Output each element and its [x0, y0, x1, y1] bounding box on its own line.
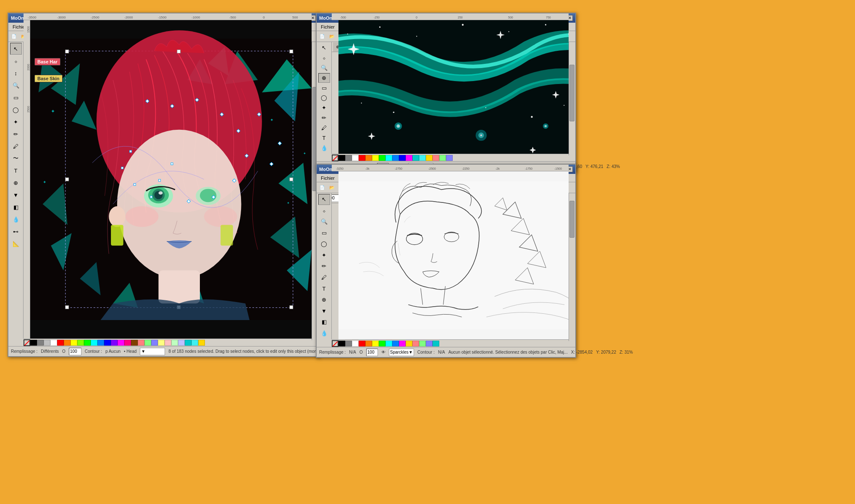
br-select-tool[interactable]: ↖ [318, 194, 330, 205]
br-cyan[interactable] [386, 341, 392, 346]
tr-ellipse-tool[interactable]: ◯ [318, 93, 330, 103]
eyedrop-tool[interactable]: 💧 [10, 213, 22, 225]
br-black[interactable] [338, 341, 345, 346]
select-tool[interactable]: ↖ [10, 43, 22, 55]
main-window[interactable]: MoOnLiGht.svg - Inkscape ─ □ ✕ Fichier É… [8, 13, 319, 357]
connect-tool[interactable]: ⊷ [10, 226, 22, 237]
tr-white[interactable] [352, 155, 359, 161]
br-open[interactable]: 📂 [327, 183, 336, 192]
calligraphy-tool[interactable]: 〜 [10, 152, 22, 164]
adjust-tool[interactable]: ↕ [10, 67, 22, 79]
top-right-window[interactable]: MoOnLiGht.svg: 2 - Inkscape ─ □ ✕ Fichie… [316, 13, 576, 172]
tr-black[interactable] [338, 155, 345, 161]
tr-orange[interactable] [365, 155, 372, 161]
br-gray[interactable] [345, 341, 352, 346]
color-lightyellow[interactable] [158, 340, 165, 346]
br-v-thumb[interactable] [569, 201, 574, 238]
br-spray-tool[interactable]: ⊕ [318, 294, 330, 305]
br-red[interactable] [359, 341, 365, 346]
color-gray[interactable] [37, 340, 44, 346]
color-periwinkle[interactable] [151, 340, 158, 346]
tr-text-tool[interactable]: T [318, 133, 330, 143]
color-lime[interactable] [77, 340, 84, 346]
tr-lavender[interactable] [446, 155, 453, 161]
br-ellipse-tool[interactable]: ◯ [318, 239, 330, 249]
br-gradient-tool[interactable]: ◧ [318, 317, 330, 328]
br-preset-dropdown[interactable]: Sparckles▼ [389, 349, 414, 356]
br-salmon[interactable] [412, 341, 419, 346]
color-lavender[interactable] [178, 340, 185, 346]
color-salmon[interactable] [138, 340, 144, 346]
node-tool[interactable]: ⬦ [10, 55, 22, 67]
br-yellow[interactable] [372, 341, 379, 346]
br-eyedrop-tool[interactable]: 💧 [318, 328, 330, 339]
no-fill-swatch[interactable] [24, 339, 30, 346]
br-fill-tool[interactable]: ▼ [318, 305, 330, 316]
zoom-tool[interactable]: 🔍 [10, 79, 22, 91]
br-scrollbar-v[interactable] [569, 193, 575, 341]
fill-tool[interactable]: ▼ [10, 189, 22, 201]
tr-gray[interactable] [345, 155, 352, 161]
tr-lightgreen[interactable] [439, 155, 446, 161]
color-lightpink[interactable] [165, 340, 171, 346]
tr-new[interactable]: 📄 [317, 32, 327, 41]
new-btn[interactable]: 📄 [9, 32, 18, 41]
color-pink[interactable] [124, 340, 131, 346]
color-white[interactable] [50, 340, 57, 346]
color-teal2[interactable] [191, 340, 198, 346]
ellipse-tool[interactable]: ◯ [10, 104, 22, 116]
br-white[interactable] [352, 341, 359, 346]
gradient-tool[interactable]: ◧ [10, 201, 22, 213]
tr-teal[interactable] [412, 155, 419, 161]
tr-v-thumb[interactable] [569, 65, 574, 121]
br-no-fill[interactable] [332, 340, 338, 347]
color-green[interactable] [84, 340, 91, 346]
tr-pen-tool[interactable]: 🖊 [318, 123, 330, 133]
br-lightgreen[interactable] [419, 341, 426, 346]
tr-no-fill[interactable] [332, 155, 338, 161]
br-new[interactable]: 📄 [317, 183, 327, 192]
color-orange[interactable] [64, 340, 71, 346]
br-zoom-tool[interactable]: 🔍 [318, 216, 330, 227]
tr-magenta[interactable] [406, 155, 412, 161]
color-black[interactable] [30, 340, 37, 346]
tr-pencil-tool[interactable]: ✏ [318, 113, 330, 123]
layer-dropdown[interactable]: ▼ [140, 348, 165, 355]
tr-star-tool[interactable]: ✦ [318, 103, 330, 113]
tr-gold[interactable] [426, 155, 433, 161]
opacity-input[interactable] [69, 348, 81, 355]
tr-scrollbar-v[interactable] [569, 42, 575, 155]
br-teal[interactable] [433, 341, 439, 346]
color-red[interactable] [57, 340, 64, 346]
br-menu-fichier[interactable]: Fichier [318, 175, 337, 181]
pencil-tool[interactable]: ✏ [10, 128, 22, 140]
color-blue[interactable] [97, 340, 104, 346]
tr-salmon[interactable] [433, 155, 439, 161]
spray-tool[interactable]: ⊕ [10, 177, 22, 189]
br-magenta[interactable] [399, 341, 406, 346]
color-mintgreen[interactable] [171, 340, 178, 346]
tr-spray-tool[interactable]: ⊕ [318, 73, 330, 83]
color-silver[interactable] [44, 340, 50, 346]
tr-teal2[interactable] [419, 155, 426, 161]
tr-yellow[interactable] [372, 155, 379, 161]
br-node-tool[interactable]: ⬦ [318, 205, 330, 216]
tr-rect-tool[interactable]: ▭ [318, 83, 330, 93]
color-lightgreen[interactable] [144, 340, 151, 346]
tr-node-tool[interactable]: ⬦ [318, 53, 330, 63]
color-brown[interactable] [131, 340, 138, 346]
main-canvas[interactable]: ✦ ✦ ✦ ✦ ✦ Base Har Base Skin [30, 20, 312, 339]
br-gold[interactable] [406, 341, 412, 346]
br-canvas[interactable] [338, 171, 569, 339]
tr-canvas[interactable] [338, 20, 569, 154]
br-star-tool[interactable]: ✦ [318, 250, 330, 261]
star-tool[interactable]: ✦ [10, 116, 22, 128]
text-tool[interactable]: T [10, 165, 22, 176]
br-green[interactable] [379, 341, 386, 346]
br-lavender[interactable] [426, 341, 433, 346]
measure-tool[interactable]: 📐 [10, 238, 22, 249]
tr-navy[interactable] [399, 155, 406, 161]
br-opacity-input[interactable] [366, 349, 378, 356]
bottom-right-window[interactable]: MoOnLiGht.svg: 3 (contour) ─ □ ✕ Fichier… [316, 164, 576, 358]
color-yellow[interactable] [71, 340, 77, 346]
